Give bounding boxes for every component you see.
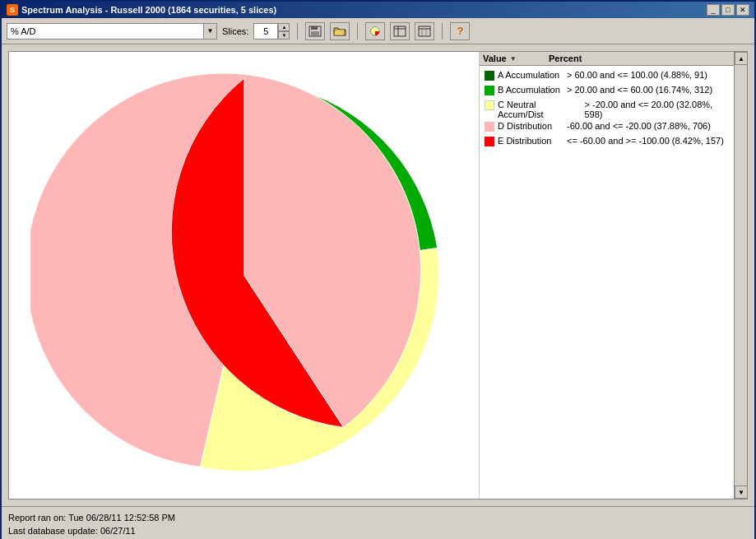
- legend-label-c: C Neutral Accum/Dist: [498, 100, 582, 119]
- sort-icon: ▼: [510, 55, 517, 63]
- legend-color-a: [485, 71, 494, 81]
- metric-dropdown[interactable]: ▼: [7, 23, 217, 39]
- pie-chart: [30, 62, 458, 490]
- app-icon: S: [7, 4, 18, 16]
- help-button[interactable]: ?: [450, 22, 470, 40]
- window-title: Spectrum Analysis - Russell 2000 (1864 s…: [21, 5, 276, 15]
- maximize-button[interactable]: □: [721, 4, 735, 16]
- legend-label-d: D Distribution: [498, 121, 564, 131]
- slices-label: Slices:: [222, 26, 248, 36]
- legend-range-d: -60.00 and <= -20.00 (37.88%, 706): [567, 121, 711, 131]
- toolbar-separator-3: [442, 23, 443, 39]
- legend-header: Value ▼ Percent: [480, 52, 734, 66]
- toolbar: ▼ Slices: ▲ ▼: [2, 18, 754, 44]
- columns-button[interactable]: [415, 22, 434, 40]
- status-bar: Report ran on: Tue 06/28/11 12:52:58 PM …: [2, 506, 754, 539]
- legend-color-b: [485, 86, 494, 95]
- scroll-track[interactable]: [735, 65, 747, 486]
- legend-row-b: B Accumulation > 20.00 and <= 60.00 (16.…: [481, 84, 732, 99]
- open-button[interactable]: [330, 22, 350, 40]
- legend-percent-header: Percent: [549, 53, 582, 63]
- table-icon: [393, 26, 406, 37]
- legend-row-a: A Accumulation > 60.00 and <= 100.00 (4.…: [481, 69, 732, 84]
- legend-color-e: [485, 137, 494, 146]
- main-content: ▼ Slices: ▲ ▼: [2, 18, 754, 539]
- minimize-button[interactable]: _: [707, 4, 720, 16]
- legend-range-e: <= -60.00 and >= -100.00 (8.42%, 157): [567, 136, 724, 146]
- legend-label-b: B Accumulation: [498, 85, 564, 95]
- table-button[interactable]: [390, 22, 410, 40]
- save-icon: [308, 26, 322, 37]
- legend-label-e: E Distribution: [498, 136, 564, 146]
- save-button[interactable]: [305, 22, 325, 40]
- help-icon: ?: [457, 25, 463, 37]
- open-icon: [333, 26, 346, 37]
- slices-spinner[interactable]: ▲ ▼: [278, 23, 290, 39]
- title-bar: S Spectrum Analysis - Russell 2000 (1864…: [2, 2, 754, 18]
- legend-label-a: A Accumulation: [498, 70, 564, 80]
- legend-range-c: > -20.00 and <= 20.00 (32.08%, 598): [585, 100, 730, 119]
- app-icon-letter: S: [10, 6, 15, 14]
- legend-color-d: [485, 122, 494, 132]
- legend-rows: A Accumulation > 60.00 and <= 100.00 (4.…: [480, 66, 734, 153]
- close-button[interactable]: ✕: [736, 4, 749, 16]
- toolbar-separator-1: [297, 23, 298, 39]
- spin-down-button[interactable]: ▼: [278, 31, 290, 39]
- scroll-down-button[interactable]: ▼: [735, 486, 748, 499]
- window-controls[interactable]: _ □ ✕: [707, 4, 749, 16]
- content-wrapper: Value ▼ Percent A Accumulation > 60.00 a…: [5, 48, 751, 503]
- legend-range-a: > 60.00 and <= 100.00 (4.88%, 91): [567, 70, 707, 80]
- content-area: Value ▼ Percent A Accumulation > 60.00 a…: [8, 51, 748, 500]
- legend-row-c: C Neutral Accum/Dist > -20.00 and <= 20.…: [481, 99, 732, 120]
- svg-rect-2: [311, 31, 319, 35]
- db-update-text: Last database update: 06/27/11: [8, 524, 748, 537]
- toolbar-separator-2: [357, 23, 358, 39]
- legend-row-e: E Distribution <= -60.00 and >= -100.00 …: [481, 135, 732, 150]
- columns-icon: [418, 26, 431, 37]
- chart-icon: [369, 26, 382, 37]
- legend-value-header: Value ▼: [483, 53, 549, 63]
- slices-input[interactable]: [253, 23, 278, 39]
- scroll-up-button[interactable]: ▲: [735, 52, 748, 65]
- dropdown-arrow[interactable]: ▼: [204, 23, 217, 39]
- legend-color-c: [485, 100, 494, 110]
- scrollbar-right[interactable]: ▲ ▼: [734, 52, 747, 499]
- svg-rect-4: [394, 26, 406, 36]
- chart-area: [9, 52, 479, 499]
- spin-up-button[interactable]: ▲: [278, 23, 290, 31]
- svg-rect-1: [311, 26, 318, 30]
- legend-area: Value ▼ Percent A Accumulation > 60.00 a…: [479, 52, 734, 499]
- svg-rect-7: [419, 26, 430, 36]
- report-ran-text: Report ran on: Tue 06/28/11 12:52:58 PM: [8, 511, 748, 524]
- legend-row-d: D Distribution -60.00 and <= -20.00 (37.…: [481, 120, 732, 135]
- chart-type-button[interactable]: [365, 22, 385, 40]
- metric-input[interactable]: [7, 23, 204, 39]
- legend-range-b: > 20.00 and <= 60.00 (16.74%, 312): [567, 85, 712, 95]
